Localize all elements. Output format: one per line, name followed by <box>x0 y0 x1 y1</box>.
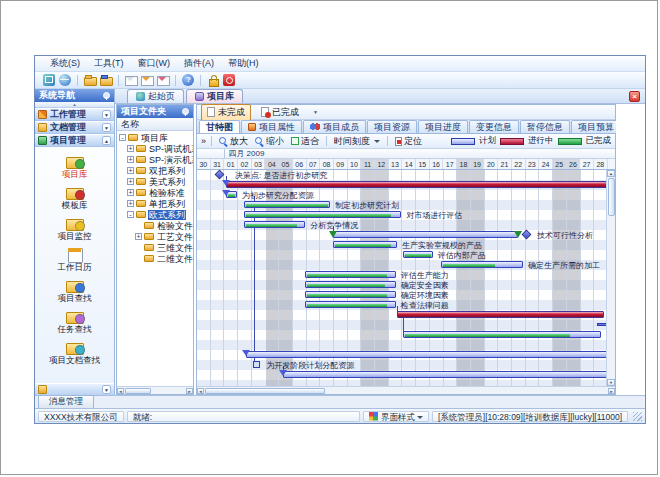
gantt-bar[interactable] <box>305 281 395 288</box>
sidebar-item-template-library[interactable]: 模板库 <box>35 182 114 213</box>
menu-item-plugins[interactable]: 插件(A) <box>177 56 221 71</box>
expander-icon[interactable]: + <box>127 156 134 163</box>
task-marker[interactable] <box>253 361 260 368</box>
tree-node[interactable]: +工艺文件 <box>117 231 193 242</box>
gantt-bar[interactable] <box>441 261 523 268</box>
tab-change-info[interactable]: 变更信息 <box>469 120 519 133</box>
chevron-down-icon[interactable]: ▼ <box>102 123 111 132</box>
tree-node[interactable]: +美式系列 <box>117 176 193 187</box>
folder-save-icon[interactable] <box>100 74 112 86</box>
expander-icon[interactable]: + <box>127 178 134 185</box>
chevron-up-icon[interactable]: ▲ <box>102 136 111 145</box>
globe-icon[interactable] <box>59 74 71 86</box>
zoom-out-button[interactable]: 缩小 <box>253 135 286 148</box>
sidebar-item-project-search[interactable]: 项目查找 <box>35 275 114 306</box>
tab-message-management[interactable]: 消息管理 <box>38 395 94 408</box>
close-icon[interactable]: × <box>629 91 640 102</box>
expander-icon[interactable]: + <box>135 233 142 240</box>
gantt-bar[interactable] <box>246 351 606 358</box>
tree-node[interactable]: 二维文件 <box>117 253 193 264</box>
sidebar-section-collapsed[interactable]: ▼ <box>35 383 114 395</box>
gantt-vscrollbar[interactable]: ▲ ▼ <box>606 170 615 386</box>
tree-node[interactable]: -项目库 <box>117 132 193 143</box>
expander-icon[interactable]: - <box>119 134 126 141</box>
timescale-dropdown[interactable]: 时间刻度 <box>332 135 382 148</box>
expander-icon[interactable]: + <box>127 145 134 152</box>
menu-item-window[interactable]: 窗口(W) <box>131 56 178 71</box>
lock-icon[interactable] <box>207 74 219 86</box>
locate-button[interactable]: 定位 <box>393 135 424 148</box>
gantt-bar[interactable] <box>403 251 433 258</box>
gantt-chart[interactable]: 决策点: 是否进行初步研究为初步研究分配资源制定初步研究计划对市场进行评估分析竞… <box>197 170 606 386</box>
pin-icon[interactable] <box>181 108 189 116</box>
tree-node[interactable]: +检验标准 <box>117 187 193 198</box>
gantt-bar[interactable] <box>305 301 395 308</box>
chevron-down-icon[interactable]: ▼ <box>313 109 318 115</box>
chevron-down-icon[interactable]: ▼ <box>102 385 111 394</box>
tree-node[interactable]: +单把系列 <box>117 198 193 209</box>
monitor-icon[interactable] <box>43 74 55 86</box>
gantt-bar[interactable] <box>305 291 395 298</box>
gantt-bar[interactable] <box>397 311 604 318</box>
tab-project-progress[interactable]: 项目进度 <box>418 120 468 133</box>
tree-node[interactable]: -欧式系列 <box>117 209 193 220</box>
mail-icon[interactable] <box>125 74 137 86</box>
expander-icon[interactable]: + <box>127 189 134 196</box>
help-icon[interactable] <box>182 74 194 86</box>
expander-icon[interactable]: + <box>127 167 134 174</box>
gantt-bar[interactable] <box>244 201 330 208</box>
filter-completed-button[interactable]: 已完成 <box>255 104 305 121</box>
sidebar-item-project-library[interactable]: 项目库 <box>35 151 114 182</box>
sidebar-item-project-monitor[interactable]: 项目监控 <box>35 213 114 244</box>
sidebar-section-project-management[interactable]: 项目管理▲ <box>35 134 114 147</box>
scroll-down-icon[interactable]: ▼ <box>607 379 615 386</box>
gantt-bar[interactable] <box>226 181 606 188</box>
tree-column-header[interactable]: 名称 <box>117 118 193 131</box>
tree-hscrollbar[interactable]: ◄ ► <box>117 386 193 394</box>
filter-incomplete-button[interactable]: 未完成 <box>201 104 251 121</box>
tab-project-members[interactable]: 项目成员 <box>303 120 366 133</box>
gantt-hscrollbar[interactable]: ◄ ► <box>197 386 615 394</box>
zoom-in-button[interactable]: 放大 <box>217 135 250 148</box>
doc-tab-start-page[interactable]: 起始页 <box>127 89 184 103</box>
ui-style-button[interactable]: 界面样式 <box>363 411 429 422</box>
scroll-right-icon[interactable]: ► <box>608 388 615 394</box>
scroll-left-icon[interactable]: ◄ <box>197 388 204 394</box>
tree-node[interactable]: +SP-演示机系 <box>117 154 193 165</box>
scroll-left-icon[interactable]: ◄ <box>117 388 124 394</box>
expander-icon[interactable]: + <box>127 200 134 207</box>
folder-open-icon[interactable] <box>84 74 96 86</box>
tab-gantt[interactable]: 甘特图 <box>199 120 240 133</box>
sidebar-item-work-calendar[interactable]: 工作日历 <box>35 244 114 275</box>
gantt-bar[interactable] <box>333 241 397 248</box>
tree-node[interactable]: +SP-调试机系 <box>117 143 193 154</box>
scroll-thumb[interactable] <box>125 388 151 394</box>
tree-node[interactable]: 检验文件 <box>117 220 193 231</box>
scroll-thumb[interactable] <box>608 178 615 216</box>
sidebar-item-task-search[interactable]: 任务查找 <box>35 306 114 337</box>
chevron-down-icon[interactable]: ▼ <box>102 110 111 119</box>
sidebar-section-document-management[interactable]: 文档管理▼ <box>35 121 114 134</box>
scroll-up-icon[interactable]: ▲ <box>607 170 615 177</box>
tree-node[interactable]: 三维文件 <box>117 242 193 253</box>
sidebar-section-work-management[interactable]: 工作管理▼ <box>35 108 114 121</box>
overflow-chevron-icon[interactable]: » <box>201 136 206 146</box>
mail-settings-icon[interactable] <box>141 74 153 86</box>
menu-item-tools[interactable]: 工具(T) <box>87 56 131 71</box>
gantt-bar[interactable] <box>305 271 395 278</box>
tab-project-properties[interactable]: 项目属性 <box>241 120 302 133</box>
expander-icon[interactable]: - <box>127 211 134 218</box>
doc-tab-project-library[interactable]: 项目库 <box>186 89 243 103</box>
sidebar-item-project-doc-search[interactable]: 项目文档查找 <box>35 337 114 368</box>
fit-button[interactable]: 适合 <box>289 135 321 148</box>
tree-node[interactable]: +双把系列 <box>117 165 193 176</box>
power-icon[interactable] <box>223 74 235 86</box>
scroll-right-icon[interactable]: ► <box>186 388 193 394</box>
summary-bar[interactable] <box>333 231 518 238</box>
tab-project-budget[interactable]: 项目预算 <box>571 120 621 133</box>
mail-user-icon[interactable] <box>157 74 169 86</box>
gantt-bar[interactable] <box>244 221 306 228</box>
gantt-bar[interactable] <box>244 211 402 218</box>
menu-item-help[interactable]: 帮助(H) <box>221 56 266 71</box>
pin-icon[interactable] <box>102 92 110 100</box>
